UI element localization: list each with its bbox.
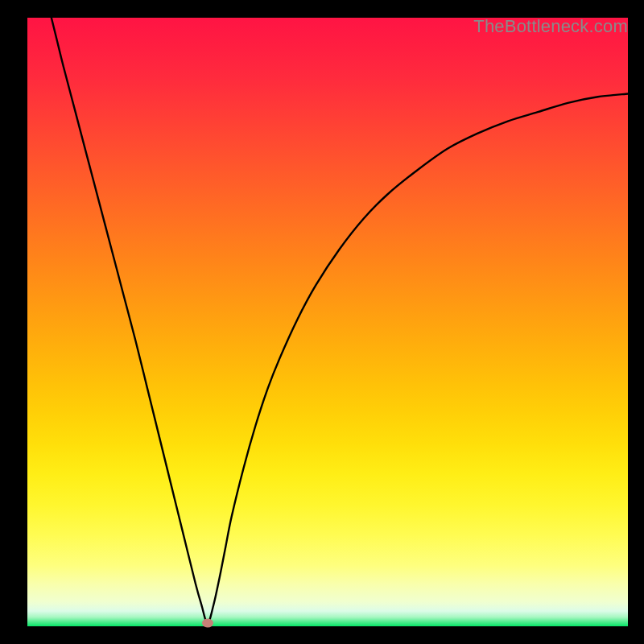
bottleneck-curve bbox=[27, 18, 628, 626]
plot-area: TheBottleneck.com bbox=[27, 18, 628, 626]
optimum-marker bbox=[202, 619, 213, 628]
chart-frame: TheBottleneck.com bbox=[0, 0, 644, 644]
